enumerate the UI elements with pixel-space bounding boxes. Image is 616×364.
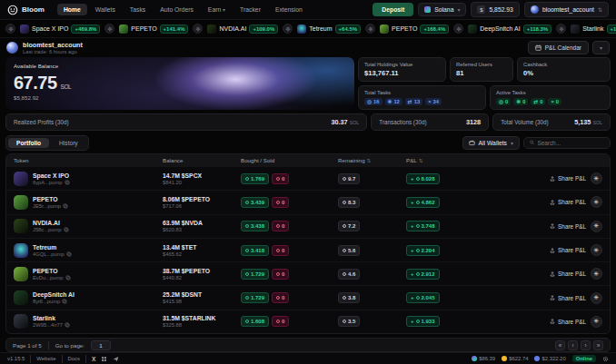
website-link[interactable]: Website — [36, 356, 55, 361]
share-pnl-button[interactable]: Share P&L — [550, 199, 586, 205]
col-remaining[interactable]: Remaining⇅ — [338, 157, 406, 163]
status-bar: v1.15.5 Website Docs X $86.39 $622.74 $2… — [0, 352, 616, 364]
share-pnl-button[interactable]: Share P&L — [550, 319, 586, 325]
top-nav: Bloom Home Wallets Tasks Auto Orders Ear… — [0, 0, 616, 20]
pnl-calendar-expand-button[interactable]: ▾ — [592, 41, 610, 54]
token-avatar — [20, 25, 29, 34]
copy-icon[interactable] — [62, 299, 67, 304]
ticker-token-name: PEPETO — [131, 25, 156, 32]
chevron-down-icon: ▾ — [223, 7, 225, 13]
account-selector[interactable]: bloomtest_account ⇅ — [524, 2, 609, 17]
table-row[interactable]: PEPETO JE5r...pump 8.06M $PEPETO$717.06 … — [6, 190, 610, 213]
ticker-item[interactable]: PEPETO +141.4% — [119, 25, 188, 34]
ticker-item[interactable]: Space X IPO +489.8% — [20, 25, 100, 34]
ticker-item[interactable]: PEPETO +168.4% — [380, 25, 449, 34]
share-pnl-button[interactable]: Share P&L — [550, 175, 586, 182]
nav-item-wallets[interactable]: Wallets — [89, 4, 122, 15]
col-pnl[interactable]: P&L⇅ — [406, 157, 488, 163]
next-page-button[interactable]: › — [581, 340, 591, 350]
first-page-button[interactable]: « — [555, 340, 565, 350]
quick-buy-button[interactable] — [365, 24, 375, 34]
share-pnl-button[interactable]: Share P&L — [550, 247, 586, 253]
quick-buy-button[interactable] — [453, 24, 463, 34]
pnl-badge: +4.862 — [406, 197, 440, 208]
share-image-button[interactable]: ✳ — [591, 244, 602, 256]
nav-item-tasks[interactable]: Tasks — [124, 4, 152, 15]
brand-logo[interactable]: Bloom — [7, 5, 45, 15]
search-input[interactable] — [537, 140, 604, 146]
copy-icon[interactable] — [65, 322, 70, 328]
token-balance-amount: 14.7M $SPCX — [163, 172, 241, 179]
divider — [48, 341, 49, 349]
ticker-settings-button[interactable] — [5, 24, 15, 34]
ticker-item[interactable]: Tetreum +64.5% — [297, 25, 361, 34]
table-row[interactable]: Space X IPO 6ypA...pump 14.7M $SPCX$841.… — [6, 166, 610, 190]
share-pnl-button[interactable]: Share P&L — [550, 295, 586, 301]
nav-item-extension[interactable]: Extension — [269, 4, 309, 15]
copy-icon[interactable] — [64, 227, 69, 232]
gear-icon — [195, 26, 201, 32]
table-row[interactable]: PEPETO EvDu...pump 38.7M $PEPETO$440.82 … — [6, 261, 610, 285]
last-page-button[interactable]: » — [593, 340, 603, 350]
quick-buy-button[interactable] — [193, 24, 203, 34]
available-balance-label: Available Balance — [14, 63, 346, 69]
sol-icon — [472, 356, 477, 361]
share-image-button[interactable]: ✳ — [591, 268, 602, 280]
table-row[interactable]: Tetreum 4GQL...pump 13.4M $TET$465.62 3.… — [6, 238, 610, 261]
share-image-button[interactable]: ✳ — [591, 172, 602, 184]
pnl-badge: +3.748 — [406, 221, 440, 231]
copy-icon[interactable] — [66, 251, 72, 257]
share-image-button[interactable]: ✳ — [591, 292, 602, 304]
docs-link[interactable]: Docs — [68, 356, 80, 361]
sol-unit-label: SOL — [61, 84, 72, 90]
search-box[interactable] — [523, 137, 611, 149]
ticker-change-badge: +120.2% — [607, 25, 616, 34]
ticker-item[interactable]: DeepSnitch AI +118.3% — [468, 25, 551, 34]
grid-icon[interactable] — [101, 356, 107, 362]
account-avatar — [531, 5, 539, 14]
pagination-bar: Page 1 of 5 Go to page: « ‹ › » — [5, 338, 611, 352]
nav-item-tracker[interactable]: Tracker — [233, 4, 267, 15]
table-row[interactable]: DeepSnitch AI 8yt6...pump 25.2M $DSNT$41… — [6, 285, 610, 309]
deposit-button[interactable]: Deposit — [373, 3, 413, 16]
nav-item-home[interactable]: Home — [57, 4, 87, 15]
share-pnl-button[interactable]: Share P&L — [550, 271, 586, 277]
ticker-token-name: Starlink — [582, 25, 603, 32]
token-balance-usd: $465.62 — [163, 251, 241, 257]
goto-page-label: Go to page: — [55, 342, 84, 349]
ticker-item[interactable]: Starlink +120.2% — [571, 25, 616, 34]
copy-icon[interactable] — [65, 275, 71, 280]
copy-icon[interactable] — [63, 203, 68, 209]
share-image-button[interactable]: ✳ — [591, 196, 602, 208]
quick-buy-button[interactable] — [283, 24, 293, 34]
x-social-icon[interactable]: X — [92, 356, 95, 362]
tab-history[interactable]: History — [51, 138, 86, 148]
table-row[interactable]: Starlink 2W95...4n77 31.5M $STARLINK$325… — [6, 310, 610, 333]
share-image-button[interactable]: ✳ — [591, 221, 602, 232]
quick-buy-button[interactable] — [556, 24, 566, 34]
sol-balance-value: 67.75 — [14, 73, 57, 93]
ticker-item[interactable]: NVDIA.AI +109.0% — [207, 25, 278, 34]
goto-page-input[interactable] — [91, 340, 111, 350]
nav-item-auto-orders[interactable]: Auto Orders — [154, 4, 200, 15]
token-avatar — [380, 25, 389, 34]
pnl-calendar-button[interactable]: P&L Calendar — [528, 41, 589, 54]
coin-icon — [343, 177, 346, 181]
nav-item-earn[interactable]: Earn ▾ — [202, 4, 232, 15]
table-row[interactable]: NVDIA.AI J58c...pump 63.9M $NVDA$620.83 … — [6, 214, 610, 238]
chain-selector[interactable]: Solana ▾ — [418, 3, 466, 16]
wallet-balance-chip[interactable]: $ 5,852.93 — [471, 2, 519, 17]
wallets-filter-dropdown[interactable]: All Wallets ▾ — [462, 136, 521, 150]
gear-icon[interactable] — [602, 356, 609, 362]
share-icon — [550, 295, 555, 300]
share-pnl-button[interactable]: Share P&L — [550, 223, 586, 230]
share-image-button[interactable]: ✳ — [591, 316, 602, 328]
prev-page-button[interactable]: ‹ — [568, 340, 578, 350]
realized-profits-card: Realized Profits (30d) 30.37SOL — [5, 113, 367, 131]
account-avatar — [6, 42, 18, 54]
telegram-icon[interactable] — [113, 356, 119, 362]
token-name: PEPETO — [33, 196, 68, 202]
tab-portfolio[interactable]: Portfolio — [8, 138, 49, 148]
copy-icon[interactable] — [65, 180, 70, 185]
quick-buy-button[interactable] — [104, 24, 114, 34]
